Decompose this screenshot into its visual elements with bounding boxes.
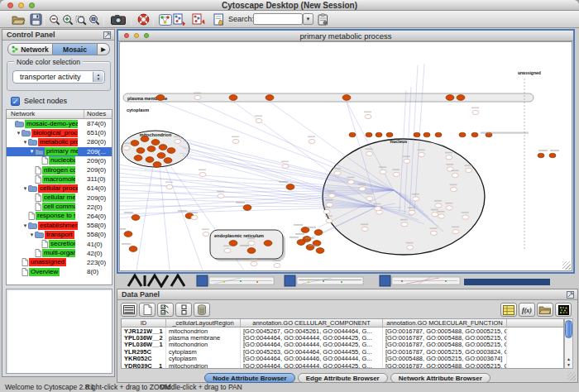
node-count: 280(0) xyxy=(87,138,106,146)
expander-icon[interactable]: ▼ xyxy=(16,131,22,136)
tree-row[interactable]: ▼biological_process651(0) xyxy=(7,128,112,137)
tab-node-attribute-browser[interactable]: Node Attribute Browser xyxy=(204,373,295,383)
table-row[interactable]: YDR039C__1mitochondrion[GO:0044464, GO:0… xyxy=(122,362,563,369)
tab-overflow-arrow[interactable]: ▶ xyxy=(98,43,110,55)
tree-node-label: nucleobase- xyxy=(49,156,75,165)
layout-network-button[interactable] xyxy=(157,12,173,26)
tree-row[interactable]: Overview8(0) xyxy=(7,267,112,276)
control-panel-titlebar[interactable]: Control Panel xyxy=(2,30,114,41)
tree-node-label: cellular metabol xyxy=(42,194,75,202)
search-input[interactable] xyxy=(253,13,303,25)
float-panel-icon[interactable] xyxy=(103,31,111,39)
tree-row[interactable]: multi-organism pro42(0) xyxy=(7,249,112,258)
network-view-title: primary metabolic process xyxy=(118,31,573,41)
tree-column-nodes[interactable]: Nodes xyxy=(87,110,106,117)
main-toolbar: Search: ▼ xyxy=(0,11,579,28)
create-attribute-button[interactable] xyxy=(139,303,156,317)
tree-row[interactable]: response to stimulu264(0) xyxy=(7,212,112,221)
attribute-pair-icon xyxy=(180,304,188,315)
tree-row[interactable]: ▼primary metabo209(... xyxy=(7,147,112,156)
help-button[interactable] xyxy=(136,12,151,26)
tree-row[interactable]: nitrogen compo209(0) xyxy=(7,165,112,174)
create-network-view-button[interactable] xyxy=(172,12,188,26)
select-nodes-row: ✓ Select nodes xyxy=(11,96,67,106)
tree-row[interactable]: cellular metabol209(0) xyxy=(7,194,112,203)
scrollbar-thumb[interactable] xyxy=(565,320,572,338)
scrollbar-arrows[interactable]: ▲▼ xyxy=(565,356,572,368)
attribute-table[interactable]: ID _cellularLayoutRegion annotation.GO C… xyxy=(121,318,564,369)
select-attributes-button[interactable] xyxy=(121,303,137,317)
tree-row[interactable]: secretion41(0) xyxy=(7,239,112,248)
select-all-attributes-button[interactable] xyxy=(157,303,174,317)
select-nodes-checkbox[interactable]: ✓ xyxy=(11,97,20,106)
table-scrollbar[interactable]: ▲▼ xyxy=(564,318,573,369)
tree-row[interactable]: ▼metabolic process280(0) xyxy=(7,137,112,146)
network-view-titlebar[interactable]: primary metabolic process xyxy=(118,31,573,41)
attribute-table-header[interactable]: ID _cellularLayoutRegion annotation.GO C… xyxy=(122,319,563,327)
leaf-icon xyxy=(35,249,41,257)
open-session-button[interactable] xyxy=(11,12,26,26)
column-header-molecular-function[interactable]: annotation.GO MOLECULAR_FUNCTION xyxy=(383,319,507,327)
search-dropdown-arrow[interactable]: ▼ xyxy=(303,13,313,25)
app-titlebar[interactable]: Cytoscape Desktop (New Session) xyxy=(0,0,579,11)
save-session-button[interactable] xyxy=(28,12,44,26)
column-header-region[interactable]: _cellularLayoutRegion xyxy=(166,319,241,327)
node-count: 209(... xyxy=(87,148,106,155)
network-canvas[interactable]: plasma membrane cytoplasm mitochondrion … xyxy=(119,41,572,271)
network-tree-header[interactable]: Network Nodes xyxy=(7,110,112,119)
tab-network[interactable]: Network xyxy=(7,43,53,55)
tree-row[interactable]: macromolecule311(0) xyxy=(7,174,112,184)
tree-node-label: nitrogen compo xyxy=(42,166,75,174)
network-diagram-icon xyxy=(159,14,172,26)
snapshot-button[interactable] xyxy=(110,12,126,26)
open-folder-icon xyxy=(12,14,26,26)
tree-row[interactable]: ▼transport558(0) xyxy=(7,230,112,239)
expander-icon[interactable]: ▼ xyxy=(22,223,28,228)
tab-edge-attribute-browser[interactable]: Edge Attribute Browser xyxy=(298,373,388,383)
tab-network-attribute-browser[interactable]: Network Attribute Browser xyxy=(390,373,490,383)
leaf-icon xyxy=(35,166,41,174)
tree-row[interactable]: nucleobase-209(0) xyxy=(7,156,112,165)
data-panel-titlebar[interactable]: Data Panel xyxy=(117,289,577,300)
annotation-button[interactable] xyxy=(211,12,227,26)
cell-cellular-component: [GO:0044464, GO:0044444, GO:0044425, G..… xyxy=(241,362,383,369)
tree-row[interactable]: cell communicat22(0) xyxy=(7,203,112,212)
tree-row[interactable]: unassigned223(0) xyxy=(7,258,112,267)
birds-eye-view[interactable] xyxy=(6,289,112,374)
network-tree-panel: Network Nodes mosaic-demo-yeast874(0)▼bi… xyxy=(6,109,112,285)
delete-attribute-button[interactable] xyxy=(194,303,210,317)
tab-mosaic[interactable]: Mosaic xyxy=(53,43,98,55)
destroy-network-view-button[interactable] xyxy=(191,12,207,26)
folder-icon xyxy=(28,184,37,192)
tree-row[interactable]: mosaic-demo-yeast874(0) xyxy=(7,119,112,128)
float-data-panel-icon[interactable] xyxy=(567,291,574,299)
tree-column-network[interactable]: Network xyxy=(11,110,35,117)
column-header-cellular-component[interactable]: annotation.GO CELLULAR_COMPONENT xyxy=(241,319,383,327)
function-icon: f(x) xyxy=(521,305,534,314)
node-color-dropdown-value: transporter activity xyxy=(20,73,81,81)
function-builder-button[interactable]: f(x) xyxy=(519,303,535,317)
control-panel-tabs: Network Mosaic ▶ xyxy=(7,43,110,55)
matrix-view-button[interactable] xyxy=(555,303,572,317)
leaf-icon xyxy=(35,175,41,184)
zoom-selected-button[interactable] xyxy=(86,12,102,26)
tree-node-label: Overview xyxy=(29,268,60,276)
expander-icon[interactable]: ▼ xyxy=(29,149,35,154)
data-panel-resize-grip[interactable] xyxy=(567,372,576,380)
compartment-label-nucleus: nucleus xyxy=(390,139,408,144)
column-header-id[interactable]: ID xyxy=(122,319,166,327)
expander-icon[interactable]: ▼ xyxy=(29,232,35,237)
node-color-dropdown[interactable]: transporter activity ▲▼ xyxy=(12,70,105,84)
import-attributes-button[interactable] xyxy=(537,303,553,317)
zoom-out-icon xyxy=(49,14,60,26)
expander-icon[interactable]: ▼ xyxy=(22,186,28,191)
tree-node-label: secretion xyxy=(49,240,75,248)
expander-icon[interactable]: ▼ xyxy=(22,140,28,145)
tree-row[interactable]: ▼establishment of lo558(0) xyxy=(7,221,112,230)
attribute-editor-button[interactable] xyxy=(500,303,517,317)
unselect-attributes-button[interactable] xyxy=(175,303,192,317)
node-count: 651(0) xyxy=(87,129,106,136)
search-options-button[interactable] xyxy=(315,12,331,26)
view-resize-grip[interactable] xyxy=(562,261,571,270)
tree-row[interactable]: ▼cellular process614(0) xyxy=(7,184,112,193)
